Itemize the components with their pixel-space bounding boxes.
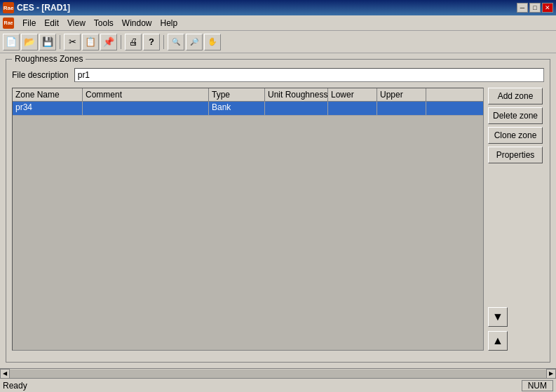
new-button[interactable]: 📄 bbox=[3, 34, 20, 50]
window-title: CES - [RAD1] bbox=[17, 3, 70, 13]
col-type: Type bbox=[209, 88, 265, 101]
file-desc-input[interactable] bbox=[74, 68, 544, 82]
col-unit-roughness: Unit Roughness bbox=[265, 88, 328, 101]
table-body: pr34 Bank bbox=[13, 102, 483, 350]
col-zone-name: Zone Name bbox=[13, 88, 83, 101]
scroll-left-button[interactable]: ◀ bbox=[0, 369, 10, 379]
file-description-row: File description bbox=[12, 68, 544, 82]
zoom-out-button[interactable]: 🔎 bbox=[186, 34, 203, 50]
cell-lower bbox=[328, 102, 377, 115]
menu-bar: Rae File Edit View Tools Window Help bbox=[0, 15, 556, 31]
side-buttons: Add zone Delete zone Clone zone Properti… bbox=[488, 88, 544, 351]
minimize-button[interactable]: ─ bbox=[517, 3, 528, 13]
print-button[interactable]: 🖨 bbox=[125, 34, 142, 50]
cut-button[interactable]: ✂ bbox=[64, 34, 81, 50]
col-comment: Comment bbox=[83, 88, 209, 101]
status-bar: Ready NUM bbox=[0, 378, 556, 392]
toolbar-sep-3 bbox=[163, 35, 164, 49]
menu-help[interactable]: Help bbox=[156, 17, 182, 29]
save-button[interactable]: 💾 bbox=[39, 34, 56, 50]
pan-button[interactable]: ✋ bbox=[204, 34, 221, 50]
add-zone-button[interactable]: Add zone bbox=[488, 88, 543, 104]
cell-unit-roughness bbox=[265, 102, 328, 115]
menu-edit[interactable]: Edit bbox=[40, 17, 63, 29]
table-header: Zone Name Comment Type Unit Roughness Lo… bbox=[13, 88, 483, 102]
menu-app-icon: Rae bbox=[3, 18, 14, 29]
menu-tools[interactable]: Tools bbox=[90, 17, 118, 29]
copy-button[interactable]: 📋 bbox=[82, 34, 99, 50]
num-lock-indicator: NUM bbox=[522, 380, 553, 391]
menu-view[interactable]: View bbox=[63, 17, 90, 29]
toolbar: 📄 📂 💾 ✂ 📋 📌 🖨 ? 🔍 🔎 ✋ bbox=[0, 31, 556, 53]
group-box-title: Roughness Zones bbox=[12, 54, 86, 64]
status-text: Ready bbox=[3, 381, 27, 391]
clone-zone-button[interactable]: Clone zone bbox=[488, 127, 543, 144]
cell-type: Bank bbox=[209, 102, 265, 115]
menu-file[interactable]: File bbox=[18, 17, 40, 29]
menu-window[interactable]: Window bbox=[118, 17, 156, 29]
restore-button[interactable]: □ bbox=[529, 3, 541, 13]
delete-zone-button[interactable]: Delete zone bbox=[488, 107, 543, 124]
scroll-track[interactable] bbox=[10, 370, 546, 378]
cell-comment bbox=[83, 102, 209, 115]
cell-zone-name: pr34 bbox=[13, 102, 83, 115]
move-down-button[interactable]: ▼ bbox=[488, 307, 508, 327]
open-button[interactable]: 📂 bbox=[21, 34, 38, 50]
title-bar: Rae CES - [RAD1] ─ □ ✕ bbox=[0, 0, 556, 15]
cell-upper bbox=[377, 102, 426, 115]
move-up-button[interactable]: ▲ bbox=[488, 331, 508, 351]
paste-button[interactable]: 📌 bbox=[100, 34, 117, 50]
zoom-in-button[interactable]: 🔍 bbox=[168, 34, 184, 50]
col-upper: Upper bbox=[377, 88, 426, 101]
col-lower: Lower bbox=[328, 88, 377, 101]
app-icon: Rae bbox=[3, 2, 14, 13]
roughness-zones-group: Roughness Zones File description Zone Na… bbox=[6, 59, 550, 363]
properties-button[interactable]: Properties bbox=[488, 147, 543, 163]
toolbar-sep-2 bbox=[121, 35, 121, 49]
horizontal-scrollbar[interactable]: ◀ ▶ bbox=[0, 368, 556, 378]
file-desc-label: File description bbox=[12, 70, 69, 80]
scroll-right-button[interactable]: ▶ bbox=[546, 369, 556, 379]
table-container: Zone Name Comment Type Unit Roughness Lo… bbox=[12, 88, 544, 351]
toolbar-sep-1 bbox=[60, 35, 60, 49]
help-button[interactable]: ? bbox=[143, 34, 160, 50]
table-row[interactable]: pr34 Bank bbox=[13, 102, 483, 116]
close-button[interactable]: ✕ bbox=[542, 3, 553, 13]
main-content: Roughness Zones File description Zone Na… bbox=[0, 53, 556, 368]
zones-table: Zone Name Comment Type Unit Roughness Lo… bbox=[12, 88, 484, 351]
